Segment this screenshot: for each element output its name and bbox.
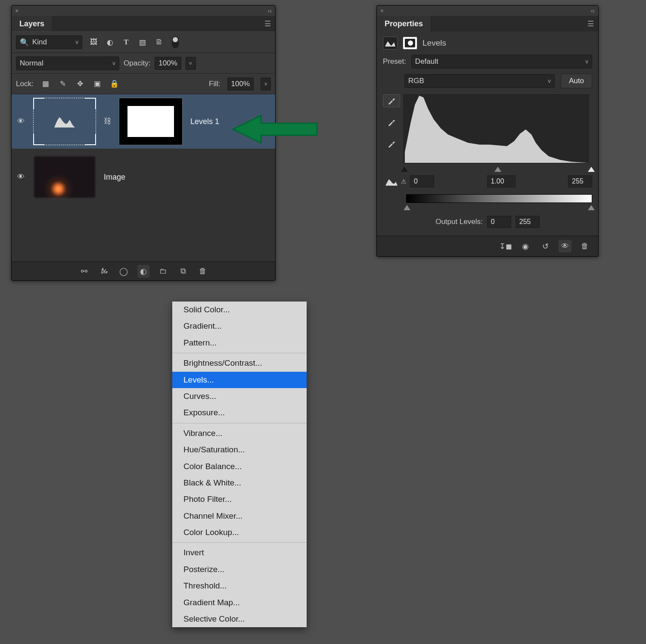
tab-layers[interactable]: Layers (12, 16, 53, 31)
new-group-icon[interactable]: 🗀 (157, 267, 169, 276)
menu-item[interactable]: Color Balance... (172, 458, 307, 475)
image-thumbnail[interactable] (33, 156, 96, 199)
visibility-icon[interactable]: 👁 (16, 173, 25, 181)
output-black-value[interactable]: 0 (487, 216, 511, 228)
menu-item[interactable]: Threshold... (172, 578, 307, 594)
close-icon[interactable]: × (15, 7, 21, 13)
layers-panel-titlebar[interactable]: × ‹‹ (12, 6, 275, 16)
lock-label: Lock: (16, 80, 34, 88)
menu-item[interactable]: Levels... (172, 372, 307, 388)
menu-item[interactable]: Gradient Map... (172, 594, 307, 611)
menu-item[interactable]: Solid Color... (172, 302, 307, 318)
blend-opacity-row: Normal ⅴ Opacity: 100% ⅴ (12, 53, 275, 74)
levels-histogram-icon (54, 115, 75, 128)
link-icon[interactable]: ⛓ (104, 117, 111, 126)
lock-pixels-icon[interactable]: ✎ (58, 79, 68, 88)
lock-all-icon[interactable]: 🔒 (109, 79, 120, 88)
input-black-slider[interactable] (401, 167, 408, 172)
menu-item[interactable]: Gradient... (172, 318, 307, 334)
tab-properties[interactable]: Properties (377, 16, 431, 31)
visibility-icon[interactable]: 👁 (16, 117, 25, 126)
blend-mode-dropdown[interactable]: Normal ⅴ (16, 56, 119, 70)
menu-item[interactable]: Selective Color... (172, 611, 307, 627)
svg-marker-0 (54, 117, 75, 128)
chevron-down-icon: ⅴ (548, 78, 551, 84)
opacity-slider-toggle[interactable]: ⅴ (186, 57, 196, 70)
view-previous-icon[interactable]: ◉ (519, 242, 532, 251)
channel-dropdown[interactable]: RGB ⅴ (404, 74, 555, 88)
adjustment-thumbnail[interactable] (33, 98, 96, 145)
output-white-slider[interactable] (588, 205, 595, 210)
layer-name[interactable]: Levels 1 (190, 117, 219, 126)
filter-shape-icon[interactable]: ▧ (137, 38, 148, 47)
menu-item[interactable]: Black & White... (172, 475, 307, 491)
eyedropper-white-icon[interactable] (383, 137, 400, 150)
menu-item[interactable]: Brightness/Contrast... (172, 355, 307, 371)
filter-toggle[interactable] (172, 36, 179, 48)
input-white-slider[interactable] (588, 167, 595, 172)
panel-menu-icon[interactable]: ☰ (587, 19, 594, 28)
output-black-slider[interactable] (404, 205, 410, 210)
delete-adjustment-icon[interactable]: 🗑 (578, 242, 591, 251)
filter-kind-dropdown[interactable]: 🔍 Kind ⅴ (16, 35, 82, 49)
menu-item[interactable]: Pattern... (172, 335, 307, 351)
fill-input[interactable]: 100% (227, 78, 254, 90)
layer-mask-thumbnail[interactable] (119, 98, 183, 145)
new-adjustment-icon[interactable]: ◐ (137, 265, 149, 278)
fill-slider-toggle[interactable]: ⅴ (261, 78, 271, 90)
menu-item[interactable]: Exposure... (172, 404, 307, 421)
new-layer-icon[interactable]: ⧉ (177, 267, 189, 276)
input-gamma-slider[interactable] (494, 167, 501, 172)
filter-adjustment-icon[interactable]: ◐ (105, 38, 115, 47)
layer-name[interactable]: Image (104, 173, 125, 182)
filter-smart-icon[interactable]: 🗎 (154, 38, 164, 47)
collapse-icon[interactable]: ‹‹ (268, 7, 272, 14)
panel-menu-icon[interactable]: ☰ (264, 19, 271, 28)
fill-label: Fill: (209, 80, 220, 88)
layer-row-image[interactable]: 👁 Image (12, 149, 275, 205)
filter-type-icon[interactable]: T (121, 38, 131, 47)
toggle-visibility-icon[interactable]: 👁 (559, 240, 571, 252)
menu-item[interactable]: Hue/Saturation... (172, 442, 307, 458)
menu-item[interactable]: Photo Filter... (172, 491, 307, 507)
properties-panel-titlebar[interactable]: × ‹‹ (377, 6, 598, 16)
svg-marker-2 (385, 41, 395, 47)
preset-dropdown[interactable]: Default ⅴ (411, 55, 592, 68)
clipping-warning-icon: ⚠ (401, 178, 407, 185)
filter-pixel-icon[interactable]: 🖼 (88, 38, 99, 47)
input-white-value[interactable]: 255 (568, 175, 592, 187)
auto-button[interactable]: Auto (561, 74, 592, 88)
filter-kind-label: Kind (32, 38, 47, 47)
input-black-value[interactable]: 0 (410, 175, 434, 187)
mask-tab-icon[interactable] (403, 37, 417, 50)
eyedropper-gray-icon[interactable] (383, 116, 400, 129)
add-mask-icon[interactable]: ◯ (118, 267, 130, 276)
menu-item[interactable]: Invert (172, 544, 307, 561)
lock-transparency-icon[interactable]: ▦ (40, 79, 51, 88)
lock-position-icon[interactable]: ✥ (75, 79, 85, 88)
menu-item[interactable]: Channel Mixer... (172, 508, 307, 524)
delete-layer-icon[interactable]: 🗑 (197, 267, 209, 276)
svg-marker-3 (405, 96, 588, 163)
reset-icon[interactable]: ↺ (539, 242, 552, 251)
close-icon[interactable]: × (380, 7, 386, 13)
annotation-arrow (231, 112, 321, 146)
clip-to-layer-icon[interactable]: ↧◼ (499, 242, 512, 251)
eyedropper-black-icon[interactable] (383, 94, 400, 107)
output-white-value[interactable]: 255 (516, 216, 540, 228)
menu-item[interactable]: Curves... (172, 388, 307, 404)
output-slider-track[interactable] (406, 203, 592, 210)
new-adjustment-menu[interactable]: Solid Color...Gradient...Pattern...Brigh… (172, 302, 307, 627)
layer-fx-icon[interactable]: fx▾ (98, 267, 110, 276)
menu-item[interactable]: Color Lookup... (172, 524, 307, 541)
menu-item[interactable]: Posterize... (172, 561, 307, 578)
input-slider-track[interactable] (404, 163, 592, 171)
input-gamma-value[interactable]: 1.00 (487, 175, 516, 187)
link-layers-icon[interactable]: ⚯ (78, 267, 90, 276)
preset-label: Preset: (383, 57, 406, 66)
collapse-icon[interactable]: ‹‹ (591, 7, 595, 14)
lock-artboard-icon[interactable]: ▣ (92, 79, 102, 88)
histogram-chart[interactable] (404, 94, 589, 163)
menu-item[interactable]: Vibrance... (172, 425, 307, 442)
opacity-input[interactable]: 100% (155, 57, 181, 70)
